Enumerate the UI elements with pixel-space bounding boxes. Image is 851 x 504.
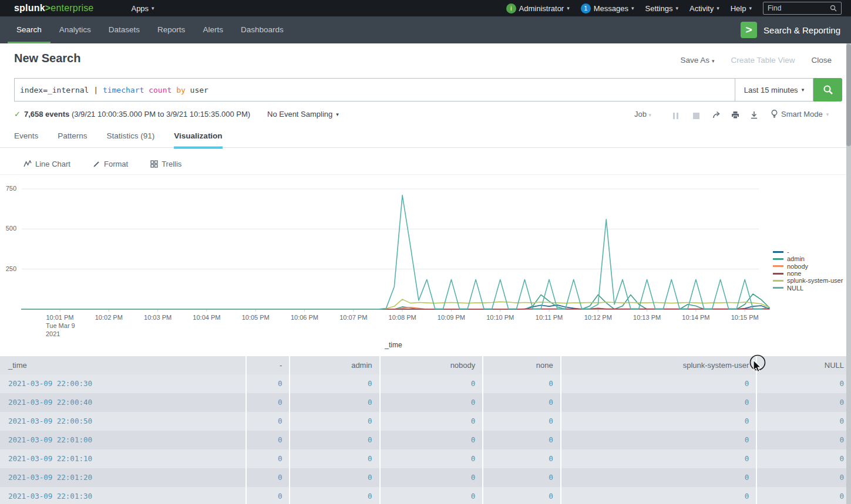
top-menu-bar: splunk>enterprise Apps▾ i Administrator▾…	[0, 0, 851, 16]
tab-events[interactable]: Events	[14, 131, 38, 148]
query-token: user	[186, 86, 208, 94]
messages-label: Messages	[594, 4, 628, 13]
legend-entry[interactable]: NULL	[773, 284, 843, 291]
table-row[interactable]: 2021-03-09 22:00:50000000	[0, 412, 851, 431]
x-tick-label: 10:06 PM	[278, 314, 331, 321]
time-range-picker[interactable]: Last 15 minutes ▾	[735, 78, 813, 102]
chevron-down-icon: ▾	[336, 111, 339, 117]
query-token: count	[149, 86, 171, 94]
table-row[interactable]: 2021-03-09 22:01:30000000	[0, 487, 851, 504]
mouse-cursor	[747, 353, 772, 381]
x-tick-label: 10:05 PM	[229, 314, 282, 321]
search-mode-menu[interactable]: Smart Mode ▾	[771, 110, 829, 119]
x-tick-label: 10:11 PM	[523, 314, 576, 321]
user-menu[interactable]: i Administrator▾	[506, 4, 570, 13]
table-row[interactable]: 2021-03-09 22:01:00000000	[0, 431, 851, 449]
x-axis-year-label: 2021	[46, 330, 60, 337]
x-tick-label: 10:08 PM	[376, 314, 429, 321]
close-button[interactable]: Close	[811, 56, 832, 65]
export-button[interactable]	[750, 111, 758, 121]
time-cell: 2021-03-09 22:01:10	[0, 449, 245, 468]
value-cell: 0	[561, 393, 756, 412]
value-cell: 0	[561, 468, 756, 487]
table-body: 2021-03-09 22:00:300000002021-03-09 22:0…	[0, 374, 851, 504]
activity-menu[interactable]: Activity▾	[689, 4, 719, 13]
apps-menu[interactable]: Apps▾	[131, 4, 154, 13]
appbar-tab-analytics[interactable]: Analytics	[51, 16, 100, 43]
x-axis-title: _time	[352, 341, 435, 349]
table-row[interactable]: 2021-03-09 22:00:40000000	[0, 393, 851, 412]
splunk-logo[interactable]: splunk>enterprise	[14, 3, 93, 13]
search-button[interactable]	[813, 78, 842, 102]
vertical-scrollbar[interactable]	[846, 43, 851, 504]
create-table-view-button: Create Table View	[731, 56, 795, 65]
logo-gt: >	[45, 3, 51, 13]
value-cell: 0	[757, 393, 851, 412]
timechart-plot[interactable]	[0, 186, 775, 315]
query-token	[171, 86, 176, 94]
tabs-divider	[0, 147, 851, 148]
value-cell: 0	[247, 431, 289, 449]
column-header-admin[interactable]: admin	[290, 356, 379, 374]
help-menu[interactable]: Help▾	[731, 4, 752, 13]
legend-entry[interactable]: splunk-system-user	[773, 277, 843, 284]
x-tick-label: 10:04 PM	[180, 314, 233, 321]
lightbulb-icon	[771, 110, 778, 119]
column-header-splunk-system-user[interactable]: splunk-system-user	[561, 356, 756, 374]
messages-menu[interactable]: 1 Messages▾	[581, 4, 634, 13]
appbar-tab-search[interactable]: Search	[8, 16, 51, 43]
value-cell: 0	[561, 431, 756, 449]
tab-visualization[interactable]: Visualization	[174, 131, 222, 148]
pencil-icon	[93, 160, 100, 168]
column-header-nobody[interactable]: nobody	[381, 356, 483, 374]
column-header--[interactable]: -	[247, 356, 289, 374]
event-sampling-menu[interactable]: No Event Sampling ▾	[267, 110, 339, 119]
legend-entry[interactable]: nobody	[773, 263, 843, 270]
tab-patterns[interactable]: Patterns	[58, 131, 87, 148]
save-as-button[interactable]: Save As ▾	[681, 56, 715, 65]
column-header--time[interactable]: _time	[0, 356, 245, 374]
share-icon	[712, 111, 721, 119]
value-cell: 0	[483, 393, 560, 412]
search-query-input[interactable]: index=_internal | timechart count by use…	[14, 78, 735, 102]
table-row[interactable]: 2021-03-09 22:00:30000000	[0, 374, 851, 393]
appbar-tab-datasets[interactable]: Datasets	[100, 16, 149, 43]
format-button[interactable]: Format	[93, 160, 128, 168]
user-label: Administrator	[519, 4, 564, 13]
appbar-tab-reports[interactable]: Reports	[149, 16, 194, 43]
legend-entry[interactable]: admin	[773, 255, 843, 262]
share-button[interactable]	[712, 111, 721, 121]
current-app[interactable]: > Search & Reporting	[741, 16, 851, 43]
query-token: timechart	[103, 86, 144, 94]
tab-statistics-91-[interactable]: Statistics (91)	[107, 131, 155, 148]
trellis-button[interactable]: Trellis	[150, 160, 181, 168]
job-menu[interactable]: Job ▾	[634, 110, 651, 119]
chart-type-button[interactable]: Line Chart	[23, 160, 70, 168]
x-tick-label: 10:01 PM	[33, 314, 86, 321]
appbar-tab-dashboards[interactable]: Dashboards	[232, 16, 292, 43]
table-row[interactable]: 2021-03-09 22:01:20000000	[0, 468, 851, 487]
find-input[interactable]: Find	[763, 2, 842, 15]
legend-entry[interactable]: -	[773, 248, 843, 255]
value-cell: 0	[561, 449, 756, 468]
x-tick-label: 10:07 PM	[327, 314, 380, 321]
value-cell: 0	[247, 487, 289, 504]
print-button[interactable]	[731, 111, 739, 121]
events-summary: ✓7,658 events (3/9/21 10:00:35.000 PM to…	[14, 110, 250, 119]
query-token	[144, 86, 149, 94]
messages-count-badge: 1	[581, 4, 591, 13]
table-row[interactable]: 2021-03-09 22:01:10000000	[0, 449, 851, 468]
legend-label: -	[787, 248, 789, 255]
settings-menu[interactable]: Settings▾	[645, 4, 679, 13]
trellis-grid-icon	[150, 160, 158, 168]
time-range-label: Last 15 minutes	[744, 86, 798, 94]
column-header-none[interactable]: none	[483, 356, 560, 374]
appbar-tab-alerts[interactable]: Alerts	[194, 16, 232, 43]
x-tick-label: 10:09 PM	[425, 314, 477, 321]
value-cell: 0	[381, 487, 483, 504]
chevron-down-icon: ▾	[717, 5, 719, 11]
chevron-down-icon: ▾	[749, 5, 752, 11]
scrollbar-thumb[interactable]	[846, 44, 851, 146]
legend-entry[interactable]: none	[773, 270, 843, 277]
value-cell: 0	[483, 412, 560, 431]
